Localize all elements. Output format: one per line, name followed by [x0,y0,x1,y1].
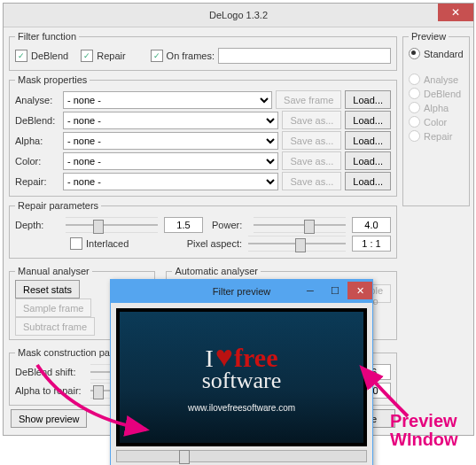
pixel-slider[interactable] [248,236,346,252]
repair-label: Repair [97,50,125,61]
preview-analyse-radio [409,74,420,85]
show-preview-button[interactable]: Show preview [11,409,87,428]
depth-slider[interactable] [66,217,158,233]
depth-value[interactable] [164,217,203,233]
maximize-icon[interactable]: ☐ [323,282,347,299]
mask-color-select[interactable]: - none - [63,152,278,170]
onframes-checkbox[interactable] [151,50,163,62]
depth-label: Depth: [15,220,59,230]
mask-deblend-save: Save as... [282,111,341,129]
filter-function-group: Filter function DeBlend Repair On frames… [9,31,397,71]
mask-color-save: Save as... [282,151,341,170]
mask-analyse-save: Save frame [276,90,341,109]
close-icon[interactable]: ✕ [438,4,473,21]
mask-deblend-load[interactable]: Load... [345,111,391,129]
onframes-input[interactable] [218,48,391,64]
mask-analyse-load[interactable]: Load... [345,90,391,109]
preview-standard-label: Standard [424,49,464,59]
preview-legend: Preview [409,31,449,42]
repair-params-group: Repair parameters Depth: Power: Interlac… [9,200,397,259]
deblend-shift-label: DeBlend shift: [15,367,84,377]
logo-software: software [202,368,282,394]
preview-repair-label: Repair [424,131,452,142]
mask-legend: Mask properties [15,74,90,85]
deblend-checkbox[interactable] [15,50,27,62]
preview-close-icon[interactable]: ✕ [347,282,372,299]
mask-analyse-select[interactable]: - none - [63,91,272,109]
reset-stats-button[interactable]: Reset stats [15,280,80,298]
mask-analyse-label: Analyse: [15,95,59,105]
preview-alpha-radio [409,102,420,113]
power-label: Power: [212,220,247,230]
mask-alpha-label: Alpha: [15,136,59,146]
preview-color-radio [409,116,420,128]
onframes-label: On frames: [167,50,215,61]
mask-deblend-select[interactable]: - none - [63,112,278,129]
preview-title: Filter preview [213,286,270,297]
repair-legend: Repair parameters [15,200,101,211]
minimize-icon[interactable]: ─ [298,282,323,299]
mask-repair-save: Save as... [282,172,341,190]
power-slider[interactable] [254,217,346,233]
logo-url: www.ilovefreesoftware.com [188,403,295,413]
mask-color-label: Color: [15,156,59,167]
preview-color-label: Color [424,117,447,128]
interlaced-checkbox[interactable] [70,237,82,250]
pixel-label: Pixel aspect: [187,238,242,249]
pixel-value[interactable] [352,236,391,252]
preview-repair-radio [409,130,420,142]
mask-properties-group: Mask properties Analyse:- none -Save fra… [9,74,397,197]
interlaced-label: Interlaced [86,238,129,249]
preview-titlebar: Filter preview ─ ☐ ✕ [111,280,372,303]
seek-slider[interactable] [116,450,367,462]
annotation-preview: PreviewWIndow [390,412,458,449]
mask-alpha-save: Save as... [282,131,341,150]
mask-alpha-load[interactable]: Load... [345,131,391,150]
power-value[interactable] [352,217,391,233]
preview-analyse-label: Analyse [424,74,458,85]
mask-alpha-select[interactable]: - none - [63,132,278,150]
preview-deblend-radio [409,88,420,99]
mask-deblend-label: DeBlend: [15,115,59,126]
subtract-frame-button: Subtract frame [15,317,95,336]
filter-legend: Filter function [15,31,79,42]
sample-frame-button: Sample frame [15,298,91,317]
preview-group: Preview Standard Analyse DeBlend Alpha C… [402,31,470,206]
filter-preview-window: Filter preview ─ ☐ ✕ I ♥ free software w… [110,279,373,465]
mask-repair-label: Repair: [15,176,59,187]
alpha-repair-label: Alpha to repair: [15,385,84,396]
mask-color-load[interactable]: Load... [345,151,391,170]
mask-repair-select[interactable]: - none - [63,173,278,190]
deblend-label: DeBlend [31,50,68,61]
manual-legend: Manual analyser [15,266,92,276]
titlebar: DeLogo 1.3.2 ✕ [4,4,473,27]
preview-standard-radio[interactable] [409,48,420,59]
window-title: DeLogo 1.3.2 [209,10,268,20]
preview-video: I ♥ free software www.ilovefreesoftware.… [116,308,367,446]
mask-repair-load[interactable]: Load... [345,172,391,190]
preview-alpha-label: Alpha [424,103,449,113]
auto-legend: Automatic analyser [172,266,261,276]
repair-checkbox[interactable] [81,50,93,62]
preview-deblend-label: DeBlend [424,89,461,99]
